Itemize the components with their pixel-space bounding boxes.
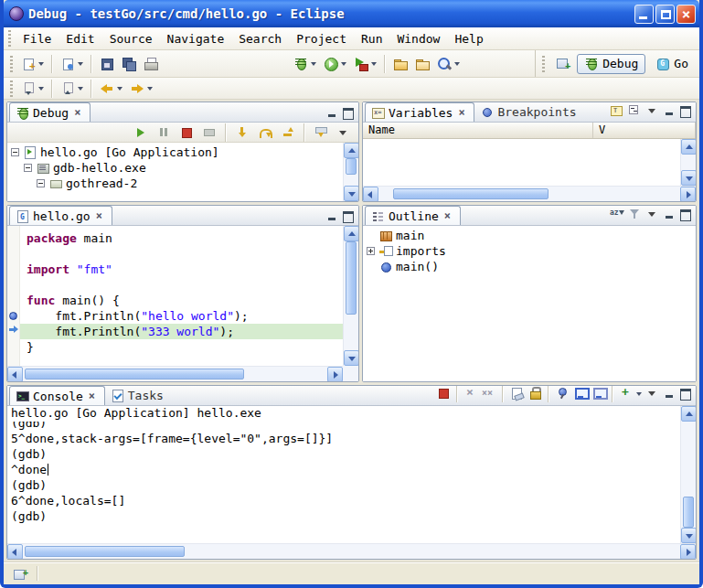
tab-variables[interactable]: Variables xyxy=(365,102,474,122)
show-type-names-button[interactable] xyxy=(607,102,625,119)
code-line[interactable]: fmt.Println("333 world"); xyxy=(20,324,343,339)
scroll-right-button[interactable] xyxy=(680,187,696,202)
disconnect-button[interactable] xyxy=(198,123,220,143)
minimize-view-button[interactable] xyxy=(326,107,339,119)
scrollbar-track[interactable] xyxy=(681,422,696,528)
dropdown-arrow-icon[interactable] xyxy=(311,62,316,69)
perspective-debug-button[interactable]: Debug xyxy=(577,54,645,74)
maximize-view-button[interactable] xyxy=(678,388,691,400)
debug-tree-item[interactable]: hello.go [Go Application] xyxy=(7,144,343,160)
tab-outline[interactable]: Outline xyxy=(365,206,461,225)
close-tab-icon[interactable] xyxy=(74,107,84,119)
back-button[interactable] xyxy=(96,79,126,99)
code-line[interactable]: import "fmt" xyxy=(20,262,343,277)
scroll-down-button[interactable] xyxy=(344,350,358,366)
stderr-monitor-button[interactable] xyxy=(590,385,608,401)
scrollbar-track[interactable] xyxy=(23,544,680,559)
window-maximize-button[interactable] xyxy=(655,5,675,24)
view-menu-button[interactable] xyxy=(644,102,662,119)
code-line[interactable]: fmt.Println("hello world"); xyxy=(20,308,343,324)
editor-gutter[interactable] xyxy=(7,226,20,366)
variables-horizontal-scrollbar[interactable] xyxy=(363,186,696,201)
scroll-up-button[interactable] xyxy=(344,143,358,158)
scrollbar-thumb[interactable] xyxy=(346,241,357,315)
view-menu-button[interactable] xyxy=(333,123,355,143)
code-line[interactable] xyxy=(20,277,343,293)
open-console-button[interactable] xyxy=(617,385,644,401)
tab-tasks[interactable]: Tasks xyxy=(105,386,169,405)
maximize-view-button[interactable] xyxy=(678,208,691,220)
dropdown-arrow-icon[interactable] xyxy=(341,62,346,69)
scrollbar-track[interactable] xyxy=(344,158,358,186)
dropdown-arrow-icon[interactable] xyxy=(454,62,460,69)
scroll-down-button[interactable] xyxy=(681,170,696,186)
menu-file[interactable]: File xyxy=(16,30,59,48)
menu-source[interactable]: Source xyxy=(102,30,160,48)
scrollbar-track[interactable] xyxy=(681,155,696,170)
toolbar-grip[interactable] xyxy=(10,56,13,72)
scroll-lock-button[interactable] xyxy=(526,385,544,401)
tab-console[interactable]: Console xyxy=(9,386,105,405)
save-button[interactable] xyxy=(96,54,118,74)
debug-button[interactable] xyxy=(290,54,320,74)
open-perspective-button[interactable] xyxy=(552,54,574,74)
debug-tree-item[interactable]: gdb-hello.exe xyxy=(7,160,343,176)
menu-project[interactable]: Project xyxy=(289,30,354,48)
tab-hello-go[interactable]: hello.go xyxy=(9,206,112,225)
instruction-pointer-icon[interactable] xyxy=(9,328,14,331)
expand-minus-icon[interactable] xyxy=(24,164,32,172)
menu-help[interactable]: Help xyxy=(447,30,490,48)
window-minimize-button[interactable] xyxy=(634,5,654,24)
scroll-right-button[interactable] xyxy=(680,544,696,560)
console-output[interactable]: (gdb)5^done,stack-args=[frame={level="0"… xyxy=(7,422,680,543)
minimize-view-button[interactable] xyxy=(664,208,676,220)
column-name[interactable]: Name xyxy=(363,123,593,138)
pin-console-button[interactable] xyxy=(553,385,571,401)
collapse-all-button[interactable] xyxy=(625,102,644,119)
maximize-view-button[interactable] xyxy=(341,210,354,222)
expand-minus-icon[interactable] xyxy=(11,148,19,156)
toolbar-grip[interactable] xyxy=(542,56,545,72)
print-button[interactable] xyxy=(140,54,162,74)
variables-table[interactable] xyxy=(363,139,680,186)
dropdown-arrow-icon[interactable] xyxy=(371,62,377,69)
console-horizontal-scrollbar[interactable] xyxy=(7,543,696,559)
search-button[interactable] xyxy=(433,54,463,74)
toolbar-grip[interactable] xyxy=(10,80,13,97)
code-line[interactable]: } xyxy=(20,339,343,355)
outline-item[interactable]: main xyxy=(363,228,696,243)
menu-run[interactable]: Run xyxy=(354,30,389,48)
view-menu-button[interactable] xyxy=(644,206,662,222)
dropdown-arrow-icon[interactable] xyxy=(147,87,153,93)
menu-navigate[interactable]: Navigate xyxy=(160,30,232,48)
dropdown-arrow-icon[interactable] xyxy=(78,87,83,93)
stdout-monitor-button[interactable] xyxy=(571,385,590,401)
debug-vertical-scrollbar[interactable] xyxy=(343,143,358,201)
scroll-up-button[interactable] xyxy=(681,139,696,155)
clear-console-button[interactable] xyxy=(507,385,526,401)
forward-button[interactable] xyxy=(126,79,156,99)
scrollbar-thumb[interactable] xyxy=(25,546,185,557)
minimize-view-button[interactable] xyxy=(664,105,676,117)
close-tab-icon[interactable] xyxy=(444,210,454,222)
editor-horizontal-scrollbar[interactable] xyxy=(7,366,343,381)
scroll-down-button[interactable] xyxy=(681,528,696,543)
open-resource-button[interactable] xyxy=(411,54,433,74)
scrollbar-track[interactable] xyxy=(344,241,358,350)
dropdown-arrow-icon[interactable] xyxy=(636,392,642,399)
tab-debug[interactable]: Debug xyxy=(9,102,91,122)
remove-launch-button[interactable] xyxy=(462,385,480,401)
prev-annotation-button[interactable] xyxy=(57,79,87,99)
close-tab-icon[interactable] xyxy=(96,210,106,222)
scroll-left-button[interactable] xyxy=(7,367,23,382)
minimize-view-button[interactable] xyxy=(326,210,339,222)
menu-edit[interactable]: Edit xyxy=(59,30,101,48)
scroll-down-button[interactable] xyxy=(344,186,358,201)
scroll-right-button[interactable] xyxy=(327,367,343,382)
scroll-up-button[interactable] xyxy=(681,406,696,422)
maximize-view-button[interactable] xyxy=(341,107,354,119)
step-return-button[interactable] xyxy=(277,123,299,143)
sort-button[interactable] xyxy=(607,206,625,222)
minimize-view-button[interactable] xyxy=(664,388,676,400)
column-value[interactable]: V xyxy=(593,123,696,138)
